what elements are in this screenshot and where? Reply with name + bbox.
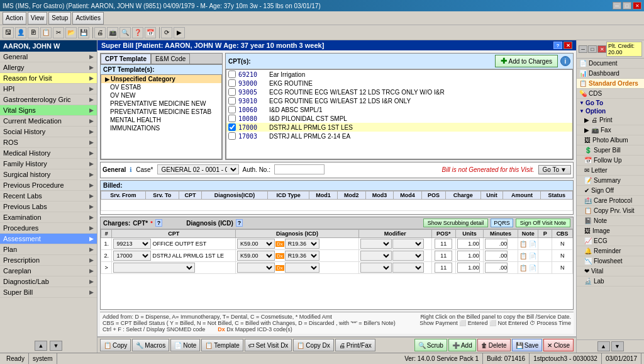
note-button[interactable]: 📄 Note xyxy=(170,339,200,351)
charges-question-button[interactable]: ? xyxy=(155,219,163,227)
macros-button[interactable]: 🔧 Macros xyxy=(132,339,169,351)
rs-item-letter[interactable]: ✉ Letter xyxy=(577,166,644,176)
charges-row-1-pos-input[interactable] xyxy=(435,239,452,249)
charges-row-2-pos-input[interactable] xyxy=(435,251,452,261)
charges-row-2-modifier[interactable] xyxy=(359,250,431,262)
charges-row-1-note-icon2[interactable]: 📄 xyxy=(529,241,536,247)
rs-item-reminder[interactable]: 🔔 Reminder xyxy=(577,246,644,256)
copy-button[interactable]: 📋 Copy xyxy=(100,339,131,351)
cpt-item-services[interactable]: SERVICES xyxy=(101,132,221,140)
rs-item-flowsheet[interactable]: 📉 Flowsheet xyxy=(577,256,644,266)
cpt-checkbox-93000[interactable] xyxy=(228,79,236,87)
sidebar-item-careplan[interactable]: Careplan ▶ xyxy=(0,266,97,276)
sidebar-item-allergy[interactable]: Allergy ▶ xyxy=(0,62,97,73)
sidebar-item-examination[interactable]: Examination ▶ xyxy=(0,212,97,223)
toolbar-icon-6[interactable]: 📂 xyxy=(65,27,77,38)
charges-row-3-note-icon[interactable]: 📋 xyxy=(519,264,527,271)
goto-button[interactable]: Go To ▼ xyxy=(538,165,571,174)
toolbar-icon-3[interactable]: 🖹 xyxy=(28,27,39,38)
sidebar-item-ros[interactable]: ROS ▶ xyxy=(0,137,97,148)
sidebar-item-vitals[interactable]: Vital Signs ▶ xyxy=(0,105,97,116)
cpt-item-93010[interactable]: 93010 ECG ROUTINE ECG W/LEAST 12 LDS I&R… xyxy=(226,96,572,105)
rs-item-photo-album[interactable]: 🖼 Photo Album xyxy=(577,135,644,145)
rs-item-document[interactable]: 📄 Document xyxy=(577,59,644,69)
charges-row-3-pos-input[interactable] xyxy=(435,263,452,273)
rs-item-vital[interactable]: ❤ Vital xyxy=(577,266,644,276)
charges-row-2-note[interactable]: 📋 📄 xyxy=(518,250,538,262)
charges-row-3-modifier[interactable] xyxy=(359,262,431,274)
charges-row-3-note[interactable]: 📋 📄 xyxy=(518,262,538,274)
close-window-button[interactable]: ✕ xyxy=(633,2,641,9)
sidebar-item-reason[interactable]: Reason for Visit ▶ xyxy=(0,73,97,84)
sidebar-item-assessment[interactable]: Assessment ▶ xyxy=(0,234,97,244)
charges-row-2-minutes-input[interactable] xyxy=(485,251,508,261)
charges-row-1-icd2-select[interactable]: R19.36 xyxy=(285,239,319,249)
rs-minimize-button[interactable]: ─ xyxy=(579,45,587,53)
cpt-item-mental-health[interactable]: MENTAL HEALTH xyxy=(101,116,221,124)
cpt-checkbox-17000[interactable] xyxy=(228,123,236,131)
charges-row-1-minutes-input[interactable] xyxy=(485,239,508,249)
charges-row-3-units-input[interactable] xyxy=(457,263,480,273)
toolbar-icon-7[interactable]: 💾 xyxy=(78,27,89,38)
charges-row-2-pos[interactable] xyxy=(431,250,455,262)
charges-row-1-diagnosis[interactable]: K59.00 Dx R19.36 xyxy=(236,238,359,250)
cpt-item-ov-estab[interactable]: OV ESTAB xyxy=(101,83,221,91)
toolbar-icon-9[interactable]: 📠 xyxy=(107,27,118,38)
cpt-template-tab[interactable]: CPT Template xyxy=(101,54,151,64)
charges-row-1-note-icon[interactable]: 📋 xyxy=(519,241,527,247)
rs-item-follow-up[interactable]: 📅 Follow Up xyxy=(577,156,644,166)
rs-item-standard-orders[interactable]: 📋 Standard Orders xyxy=(577,79,644,89)
charges-row-2-cpt[interactable]: 17000 DSTRJ ALL PRMLG 1ST LE xyxy=(112,250,236,262)
sidebar-item-plan[interactable]: Plan ▶ xyxy=(0,244,97,255)
toolbar-icon-5[interactable]: ✂ xyxy=(53,27,64,38)
template-button[interactable]: 📋 Template xyxy=(201,339,243,351)
cpt-item-69210[interactable]: 69210 Ear Irrigation xyxy=(226,70,572,79)
cpt-item-93000[interactable]: 93000 EKG ROUTINE xyxy=(226,79,572,88)
charges-row-3-pos[interactable] xyxy=(431,262,455,274)
charges-row-1-units[interactable] xyxy=(455,238,484,250)
cpt-item-immunizations[interactable]: IMMUNIZATIONS xyxy=(101,124,221,132)
print-fax-button[interactable]: 🖨 Print/Fax xyxy=(335,339,375,351)
toolbar-icon-8[interactable]: 🖨 xyxy=(94,27,106,38)
cpt-checkbox-17003[interactable] xyxy=(228,132,236,140)
charges-row-3-icd-select[interactable] xyxy=(237,263,275,273)
charges-row-1-note[interactable]: 📋 📄 xyxy=(518,238,538,250)
rs-item-copy-prv[interactable]: 📋 Copy Prv. Visit xyxy=(577,206,644,216)
rs-item-care-protocol[interactable]: 🏥 Care Protocol xyxy=(577,196,644,206)
cpt-checkbox-69210[interactable] xyxy=(228,71,236,78)
rs-item-image[interactable]: 🖼 Image xyxy=(577,226,644,236)
rs-item-lab[interactable]: 🔬 Lab xyxy=(577,276,644,287)
rs-item-super-bill[interactable]: 💲 Super Bill xyxy=(577,145,644,156)
charges-row-3-minutes-input[interactable] xyxy=(485,263,508,273)
toolbar-icon-11[interactable]: ❓ xyxy=(132,27,143,38)
copy-dx-button[interactable]: 📋 Copy Dx xyxy=(293,339,333,351)
sidebar-item-gastro[interactable]: Gastroenterology Gric ▶ xyxy=(0,94,97,105)
charges-row-3-units[interactable] xyxy=(455,262,484,274)
charges-row-3-modifier2-select[interactable] xyxy=(392,263,424,273)
minimize-button[interactable]: ─ xyxy=(613,2,621,9)
charges-row-3-dx-button[interactable]: Dx xyxy=(275,265,284,271)
scrub-button[interactable]: 🔍 Scrub xyxy=(414,339,447,351)
rs-restore-button[interactable]: □ xyxy=(588,45,597,53)
rs-item-dashboard[interactable]: 📊 Dashboard xyxy=(577,69,644,79)
rs-section-option[interactable]: ▼ Option xyxy=(577,107,644,115)
charges-row-2-modifier-select[interactable] xyxy=(360,251,392,261)
charges-row-2-note-icon[interactable]: 📋 xyxy=(519,253,527,259)
show-scrubbing-button[interactable]: Show Scrubbing detail xyxy=(423,219,489,227)
toolbar-icon-12[interactable]: 📅 xyxy=(145,27,156,38)
rs-item-print[interactable]: ▶ 🖨 Print xyxy=(577,115,644,125)
general-info-icon[interactable]: ℹ xyxy=(130,166,132,173)
sidebar-item-recent-labs[interactable]: Recent Labs ▶ xyxy=(0,191,97,202)
pqrs-button[interactable]: PQRS xyxy=(491,219,513,227)
cpt-item-17000[interactable]: 17000 DSTRJ ALL PRMLG 1ST LES xyxy=(226,123,572,132)
info-button[interactable]: i xyxy=(560,56,570,66)
cpt-item-17003[interactable]: 17003 DSTRJ ALL PRMLG 2-14 EA xyxy=(226,132,572,140)
toolbar-icon-14[interactable]: ▶ xyxy=(174,27,185,38)
close-button[interactable]: ✕ Close xyxy=(543,339,574,351)
charges-row-3-icd2-select[interactable] xyxy=(285,263,319,273)
toolbar-icon-13[interactable]: ⟳ xyxy=(161,27,172,38)
charges-row-2-modifier2-select[interactable] xyxy=(392,251,424,261)
charges-row-1-modifier2-select[interactable] xyxy=(392,239,424,249)
delete-button[interactable]: 🗑 Delete xyxy=(477,339,511,351)
activities-menu[interactable]: Activities xyxy=(72,12,103,25)
